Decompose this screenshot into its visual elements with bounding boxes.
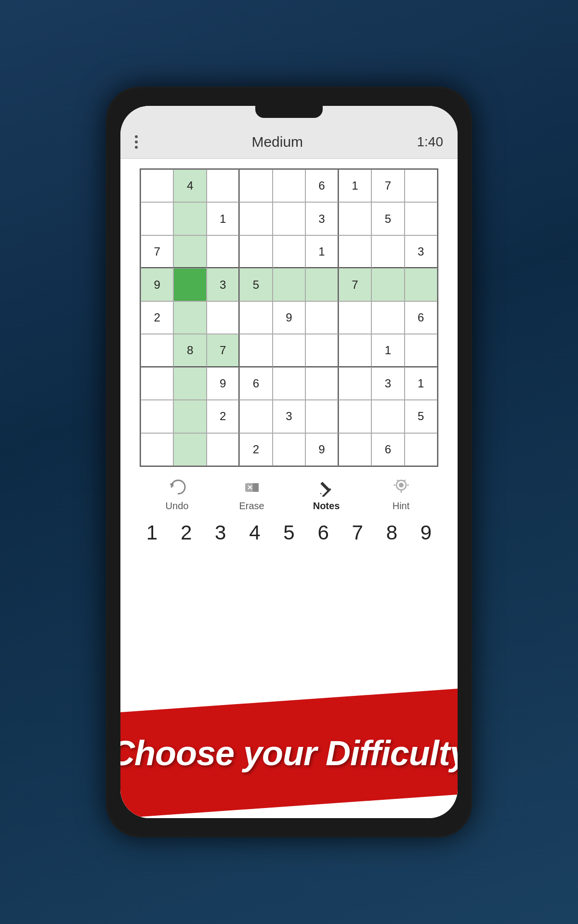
sudoku-cell[interactable]: 4 <box>173 169 206 202</box>
sudoku-cell[interactable] <box>273 433 305 466</box>
sudoku-cell[interactable]: 2 <box>141 301 173 334</box>
sudoku-cell[interactable]: 2 <box>239 433 272 466</box>
sudoku-cell[interactable] <box>339 235 371 268</box>
number-button-5[interactable]: 5 <box>275 521 303 544</box>
sudoku-cell[interactable]: 3 <box>273 400 305 433</box>
sudoku-cell[interactable]: 6 <box>405 301 437 334</box>
sudoku-cell[interactable]: 8 <box>173 334 206 367</box>
number-button-6[interactable]: 6 <box>309 521 338 544</box>
number-button-8[interactable]: 8 <box>377 521 406 544</box>
sudoku-cell[interactable] <box>273 235 305 268</box>
sudoku-row: 235 <box>141 400 437 433</box>
sudoku-cell[interactable] <box>239 400 272 433</box>
sudoku-cell[interactable] <box>173 433 206 466</box>
sudoku-cell[interactable]: 1 <box>207 202 239 235</box>
sudoku-cell[interactable]: 5 <box>371 202 404 235</box>
sudoku-cell[interactable] <box>173 235 206 268</box>
sudoku-cell[interactable]: 1 <box>405 367 437 400</box>
sudoku-cell[interactable] <box>339 433 371 466</box>
sudoku-cell[interactable] <box>371 301 404 334</box>
number-button-2[interactable]: 2 <box>172 521 201 544</box>
sudoku-cell[interactable] <box>339 334 371 367</box>
sudoku-cell[interactable] <box>339 367 371 400</box>
sudoku-cell[interactable] <box>239 301 272 334</box>
sudoku-cell[interactable] <box>405 268 437 301</box>
sudoku-cell[interactable] <box>273 334 305 367</box>
sudoku-cell[interactable] <box>405 433 437 466</box>
sudoku-cell[interactable]: 7 <box>141 235 173 268</box>
undo-button[interactable]: Undo <box>153 476 201 512</box>
sudoku-cell[interactable]: 7 <box>371 169 404 202</box>
sudoku-cell[interactable]: 1 <box>339 169 371 202</box>
sudoku-cell[interactable]: 3 <box>305 202 338 235</box>
sudoku-cell[interactable] <box>141 400 173 433</box>
sudoku-cell[interactable] <box>207 301 239 334</box>
sudoku-cell[interactable] <box>173 367 206 400</box>
sudoku-cell[interactable] <box>273 169 305 202</box>
sudoku-cell[interactable] <box>273 367 305 400</box>
sudoku-cell[interactable]: 2 <box>207 400 239 433</box>
sudoku-cell[interactable] <box>405 169 437 202</box>
sudoku-cell[interactable]: 3 <box>207 268 239 301</box>
number-button-7[interactable]: 7 <box>343 521 372 544</box>
sudoku-cell[interactable] <box>239 334 272 367</box>
sudoku-cell[interactable] <box>239 202 272 235</box>
number-button-4[interactable]: 4 <box>240 521 269 544</box>
sudoku-cell[interactable] <box>173 400 206 433</box>
sudoku-cell[interactable] <box>371 235 404 268</box>
sudoku-cell[interactable]: 9 <box>207 367 239 400</box>
sudoku-cell[interactable] <box>305 400 338 433</box>
notes-icon <box>316 476 337 498</box>
sudoku-cell[interactable] <box>207 169 239 202</box>
sudoku-cell[interactable]: 3 <box>371 367 404 400</box>
number-button-3[interactable]: 3 <box>206 521 235 544</box>
notes-button[interactable]: Notes <box>302 476 351 512</box>
sudoku-cell[interactable]: 5 <box>239 268 272 301</box>
sudoku-cell[interactable] <box>141 433 173 466</box>
sudoku-cell[interactable] <box>207 433 239 466</box>
sudoku-cell[interactable] <box>207 235 239 268</box>
sudoku-cell[interactable] <box>141 334 173 367</box>
sudoku-cell[interactable] <box>339 400 371 433</box>
sudoku-cell[interactable] <box>405 202 437 235</box>
menu-button[interactable] <box>135 135 138 149</box>
sudoku-cell[interactable]: 9 <box>141 268 173 301</box>
sudoku-cell[interactable]: 7 <box>339 268 371 301</box>
sudoku-cell[interactable] <box>273 202 305 235</box>
sudoku-cell[interactable]: 3 <box>405 235 437 268</box>
sudoku-cell[interactable] <box>141 169 173 202</box>
sudoku-cell[interactable]: 6 <box>305 169 338 202</box>
sudoku-cell[interactable]: 6 <box>371 433 404 466</box>
sudoku-cell[interactable] <box>141 202 173 235</box>
sudoku-cell[interactable] <box>273 268 305 301</box>
sudoku-cell[interactable] <box>305 367 338 400</box>
erase-button[interactable]: ✕ Erase <box>228 476 276 512</box>
sudoku-cell[interactable] <box>173 202 206 235</box>
sudoku-cell[interactable] <box>371 268 404 301</box>
number-button-1[interactable]: 1 <box>138 521 167 544</box>
sudoku-cell[interactable] <box>405 334 437 367</box>
sudoku-cell[interactable]: 7 <box>207 334 239 367</box>
sudoku-cell[interactable]: 9 <box>305 433 338 466</box>
sudoku-cell[interactable] <box>239 235 272 268</box>
sudoku-cell[interactable]: 5 <box>405 400 437 433</box>
sudoku-grid[interactable]: 461713571393572968719631235296 <box>140 168 438 467</box>
sudoku-cell[interactable] <box>239 169 272 202</box>
sudoku-cell[interactable] <box>305 268 338 301</box>
sudoku-cell[interactable] <box>173 268 206 301</box>
hint-button[interactable]: Hint <box>377 476 425 512</box>
sudoku-cell[interactable]: 6 <box>239 367 272 400</box>
sudoku-cell[interactable]: 1 <box>371 334 404 367</box>
sudoku-cell[interactable]: 9 <box>273 301 305 334</box>
sudoku-cell[interactable]: 1 <box>305 235 338 268</box>
sudoku-cell[interactable] <box>141 367 173 400</box>
sudoku-cell[interactable] <box>371 400 404 433</box>
toolbar: Undo ✕ Erase <box>125 467 453 516</box>
sudoku-cell[interactable] <box>305 334 338 367</box>
sudoku-cell[interactable] <box>305 301 338 334</box>
sudoku-row: 296 <box>141 433 437 466</box>
sudoku-cell[interactable] <box>339 301 371 334</box>
number-button-9[interactable]: 9 <box>411 521 440 544</box>
sudoku-cell[interactable] <box>339 202 371 235</box>
sudoku-cell[interactable] <box>173 301 206 334</box>
